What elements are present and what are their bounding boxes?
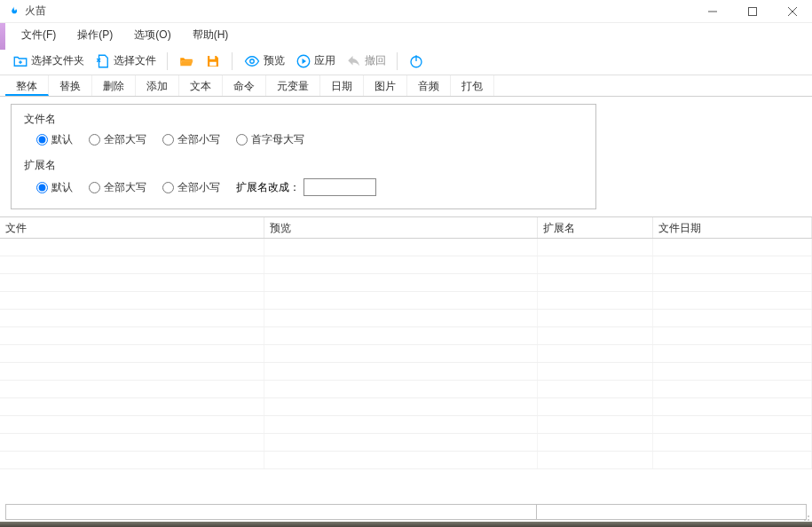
minimize-button[interactable] — [692, 0, 732, 23]
tab-command[interactable]: 命令 — [223, 75, 266, 96]
tab-add[interactable]: 添加 — [136, 75, 179, 96]
select-file-button[interactable]: 选择文件 — [91, 49, 160, 74]
grid-header: 文件 预览 扩展名 文件日期 — [0, 217, 812, 239]
file-grid: 文件 预览 扩展名 文件日期 — [0, 216, 812, 469]
tab-image[interactable]: 图片 — [364, 75, 407, 96]
ext-default-radio[interactable]: 默认 — [36, 180, 73, 195]
ext-change-wrapper: 扩展名改成： — [236, 178, 376, 196]
filename-cap-input[interactable] — [236, 134, 248, 146]
tab-pack[interactable]: 打包 — [451, 75, 494, 96]
filename-default-input[interactable] — [36, 134, 48, 146]
save-icon — [205, 53, 221, 69]
menu-help[interactable]: 帮助(H) — [184, 24, 238, 46]
table-row — [0, 256, 812, 274]
table-row — [0, 363, 812, 381]
column-date[interactable]: 文件日期 — [653, 217, 812, 238]
menu-bar: 文件(F) 操作(P) 选项(O) 帮助(H) — [0, 23, 812, 47]
app-title: 火苗 — [25, 4, 46, 19]
column-ext[interactable]: 扩展名 — [538, 217, 653, 238]
svg-rect-1 — [209, 56, 215, 59]
filename-default-radio[interactable]: 默认 — [36, 132, 73, 147]
options-panel: 文件名 默认 全部大写 全部小写 首字母大写 扩展名 — [11, 104, 596, 209]
folder-add-icon — [12, 53, 28, 69]
filename-upper-radio[interactable]: 全部大写 — [89, 132, 146, 147]
status-cell-1 — [6, 505, 537, 519]
apply-label: 应用 — [314, 53, 335, 68]
filename-upper-label: 全部大写 — [104, 132, 146, 147]
svg-rect-0 — [748, 7, 756, 15]
tab-metavar[interactable]: 元变量 — [266, 75, 320, 96]
filename-lower-radio[interactable]: 全部小写 — [162, 132, 220, 147]
filename-radio-row: 默认 全部大写 全部小写 首字母大写 — [24, 132, 583, 147]
ext-upper-label: 全部大写 — [104, 180, 146, 195]
ext-change-label: 扩展名改成： — [236, 180, 300, 195]
play-circle-icon — [296, 53, 311, 69]
extension-group: 扩展名 默认 全部大写 全部小写 扩展名改成： — [24, 158, 583, 196]
bottom-frame — [0, 522, 812, 527]
folder-open-icon — [178, 53, 194, 69]
save-button[interactable] — [201, 49, 225, 74]
undo-label: 撤回 — [365, 53, 386, 68]
table-row — [0, 345, 812, 363]
tab-replace[interactable]: 替换 — [49, 75, 92, 96]
filename-cap-radio[interactable]: 首字母大写 — [236, 132, 304, 147]
ext-default-input[interactable] — [36, 182, 48, 193]
svg-point-8 — [808, 519, 809, 521]
ext-lower-radio[interactable]: 全部小写 — [162, 180, 220, 195]
svg-point-6 — [808, 515, 809, 517]
tab-delete[interactable]: 删除 — [92, 75, 136, 96]
column-file[interactable]: 文件 — [0, 217, 264, 238]
toolbar-separator — [232, 52, 233, 70]
open-button[interactable] — [175, 49, 198, 74]
apply-button[interactable]: 应用 — [292, 49, 339, 74]
table-row — [0, 434, 812, 452]
menu-operations[interactable]: 操作(P) — [68, 24, 122, 46]
tab-text[interactable]: 文本 — [179, 75, 223, 96]
table-row — [0, 452, 812, 469]
extension-radio-row: 默认 全部大写 全部小写 扩展名改成： — [24, 178, 583, 196]
status-bar — [5, 504, 807, 520]
ext-lower-input[interactable] — [162, 182, 174, 193]
table-row — [0, 239, 812, 256]
ext-default-label: 默认 — [51, 180, 73, 195]
svg-point-3 — [250, 59, 255, 63]
tab-date[interactable]: 日期 — [320, 75, 364, 96]
table-row — [0, 274, 812, 292]
ext-change-input[interactable] — [304, 178, 376, 196]
filename-group: 文件名 默认 全部大写 全部小写 首字母大写 — [24, 112, 583, 147]
edge-accent-stripe — [0, 23, 5, 50]
maximize-button[interactable] — [732, 0, 772, 23]
extension-group-label: 扩展名 — [24, 158, 583, 173]
tab-overall[interactable]: 整体 — [5, 75, 49, 96]
select-folder-button[interactable]: 选择文件夹 — [9, 49, 88, 74]
menu-options[interactable]: 选项(O) — [125, 24, 179, 46]
window-controls — [692, 0, 812, 23]
undo-icon — [346, 53, 362, 69]
close-button[interactable] — [772, 0, 812, 23]
filename-lower-input[interactable] — [162, 134, 174, 146]
table-row — [0, 327, 812, 345]
toolbar-separator — [397, 52, 398, 70]
power-button[interactable] — [405, 49, 428, 74]
ext-upper-input[interactable] — [89, 182, 100, 193]
eye-icon — [243, 53, 261, 69]
filename-upper-input[interactable] — [89, 134, 100, 146]
table-row — [0, 310, 812, 327]
filename-cap-label: 首字母大写 — [251, 132, 304, 147]
preview-button[interactable]: 预览 — [240, 49, 288, 74]
power-icon — [408, 53, 424, 69]
tab-audio[interactable]: 音频 — [407, 75, 451, 96]
ext-lower-label: 全部小写 — [177, 180, 220, 195]
table-row — [0, 381, 812, 398]
toolbar-separator — [167, 52, 168, 70]
filename-lower-label: 全部小写 — [177, 132, 220, 147]
select-folder-label: 选择文件夹 — [31, 53, 84, 68]
title-bar: 火苗 — [0, 0, 812, 23]
grid-body[interactable] — [0, 239, 812, 469]
preview-label: 预览 — [264, 53, 285, 68]
table-row — [0, 292, 812, 310]
undo-button[interactable]: 撤回 — [343, 49, 390, 74]
menu-file[interactable]: 文件(F) — [12, 24, 65, 46]
column-preview[interactable]: 预览 — [264, 217, 538, 238]
ext-upper-radio[interactable]: 全部大写 — [89, 180, 146, 195]
